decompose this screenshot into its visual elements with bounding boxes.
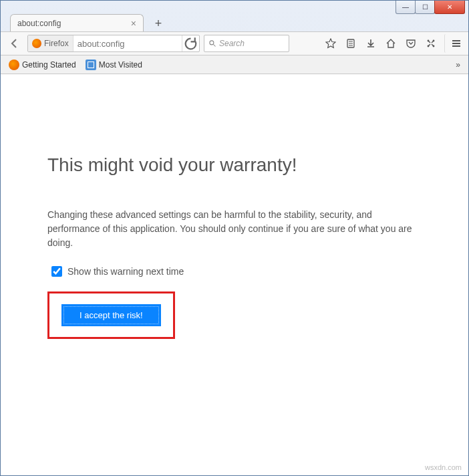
- search-bar[interactable]: Search: [204, 35, 289, 52]
- bookmark-label: Getting Started: [22, 60, 76, 70]
- reload-icon: [182, 35, 199, 52]
- identity-label: Firefox: [44, 39, 69, 48]
- maximize-button[interactable]: ☐: [415, 1, 435, 14]
- svg-point-5: [433, 45, 435, 47]
- firefox-icon: [9, 60, 19, 70]
- arrow-left-icon: [9, 38, 20, 49]
- content-area: This might void your warranty! Changing …: [1, 74, 468, 475]
- bookmark-getting-started[interactable]: Getting Started: [6, 58, 79, 72]
- show-warning-checkbox-row: Show this warning next time: [47, 266, 422, 277]
- firefox-icon: [32, 39, 41, 48]
- star-icon: [325, 38, 336, 49]
- home-button[interactable]: [381, 34, 400, 53]
- hamburger-icon: [451, 38, 462, 49]
- url-text: about:config: [73, 39, 182, 49]
- bookmarks-bar: Getting Started Most Visited »: [1, 55, 468, 74]
- annotation-highlight: I accept the risk!: [47, 291, 175, 339]
- search-placeholder: Search: [219, 39, 245, 48]
- tab-bar: about:config × +: [1, 13, 468, 31]
- new-tab-button[interactable]: +: [150, 15, 166, 31]
- menu-button[interactable]: [444, 34, 463, 53]
- svg-point-2: [428, 40, 430, 42]
- download-icon: [365, 38, 376, 49]
- clipboard-icon: [345, 38, 356, 49]
- url-bar[interactable]: Firefox about:config: [27, 35, 200, 52]
- most-visited-icon: [86, 60, 96, 70]
- browser-window: — ☐ ✕ about:config × + Firefox about:con…: [0, 0, 469, 476]
- bookmarks-overflow-button[interactable]: »: [452, 60, 463, 70]
- warning-title: This might void your warranty!: [47, 154, 422, 176]
- minimize-button[interactable]: —: [396, 1, 416, 14]
- warning-description: Changing these advanced settings can be …: [47, 208, 422, 250]
- home-icon: [385, 38, 396, 49]
- pocket-button[interactable]: [402, 34, 420, 53]
- warranty-warning: This might void your warranty! Changing …: [47, 154, 422, 475]
- wrench-icon: [426, 38, 436, 49]
- reload-button[interactable]: [182, 35, 199, 51]
- library-button[interactable]: [341, 34, 360, 53]
- devtools-button[interactable]: [422, 34, 440, 53]
- watermark: wsxdn.com: [425, 463, 462, 471]
- nav-toolbar: Firefox about:config Search: [1, 31, 468, 55]
- bookmark-star-button[interactable]: [321, 34, 340, 53]
- show-warning-checkbox[interactable]: [51, 266, 62, 277]
- svg-point-0: [210, 41, 214, 45]
- back-button[interactable]: [6, 35, 23, 52]
- pocket-icon: [406, 38, 416, 49]
- toolbar-icons: [321, 34, 463, 53]
- close-tab-icon[interactable]: ×: [131, 19, 136, 28]
- downloads-button[interactable]: [361, 34, 380, 53]
- svg-point-3: [433, 40, 435, 42]
- window-controls: — ☐ ✕: [396, 1, 465, 14]
- show-warning-label[interactable]: Show this warning next time: [67, 266, 184, 277]
- search-icon: [208, 39, 216, 47]
- identity-box[interactable]: Firefox: [28, 35, 73, 51]
- accept-risk-button[interactable]: I accept the risk!: [61, 304, 161, 326]
- bookmark-label: Most Visited: [99, 60, 142, 70]
- svg-point-4: [428, 45, 430, 47]
- window-close-button[interactable]: ✕: [434, 1, 465, 14]
- tab-active[interactable]: about:config ×: [10, 14, 144, 31]
- tab-label: about:config: [17, 19, 61, 28]
- bookmark-most-visited[interactable]: Most Visited: [83, 58, 145, 72]
